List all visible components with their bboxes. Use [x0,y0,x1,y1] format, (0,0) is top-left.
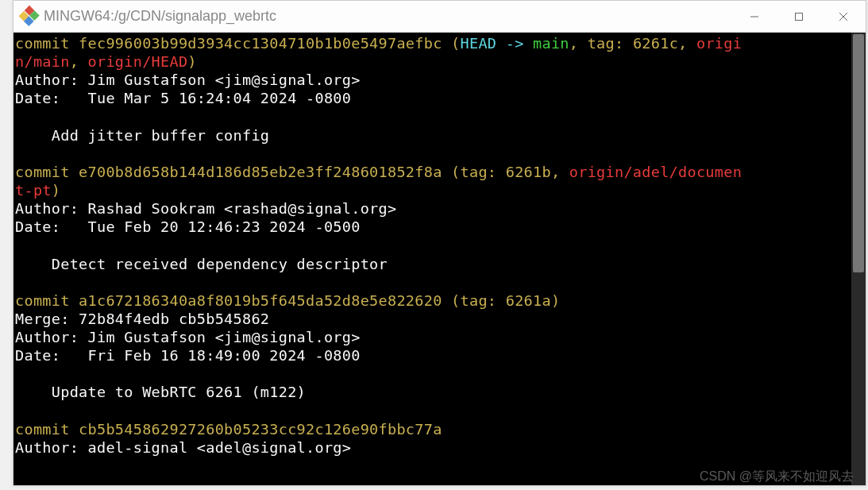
window-title: MINGW64:/g/CDN/signalapp_webrtc [44,8,732,25]
mingw-icon [18,5,41,27]
svg-rect-1 [796,13,803,20]
vertical-scrollbar[interactable] [851,33,866,485]
commit-line: commit e700b8d658b144d186d85eb2e3ff24860… [15,164,742,180]
date-line: Date: Fri Feb 16 18:49:00 2024 -0800 [15,347,361,364]
commit-message: Update to WebRTC 6261 (m122) [15,384,306,400]
date-line: Date: Tue Mar 5 16:24:04 2024 -0800 [15,90,351,106]
author-line: Author: Jim Gustafson <jim@signal.org> [15,329,361,345]
merge-line: Merge: 72b84f4edb cb5b545862 [15,311,269,327]
obscured-background-text [0,32,13,484]
maximize-button[interactable] [777,1,821,32]
commit-line: commit cb5b545862927260b05233cc92c126e90… [15,421,442,438]
commit-line-wrap: n/main, origin/HEAD) [15,53,197,70]
scrollbar-thumb[interactable] [853,34,864,272]
author-line: Author: adel-signal <adel@signal.org> [15,439,351,456]
terminal-area: commit fec996003b99d3934cc1304710b1b0e54… [14,33,866,485]
close-button[interactable] [821,1,866,32]
terminal-output[interactable]: commit fec996003b99d3934cc1304710b1b0e54… [14,33,851,485]
commit-line: commit a1c672186340a8f8019b5f645da52d8e5… [15,292,560,309]
commit-line-wrap: t-pt) [15,182,60,199]
minimize-button[interactable] [732,1,777,32]
commit-message: Detect received dependency descriptor [15,256,388,272]
date-line: Date: Tue Feb 20 12:46:23 2024 -0500 [15,218,361,235]
terminal-window: MINGW64:/g/CDN/signalapp_webrtc commit f… [13,0,866,486]
commit-message: Add jitter buffer config [15,127,269,144]
window-titlebar: MINGW64:/g/CDN/signalapp_webrtc [14,1,866,33]
window-controls [732,1,866,32]
author-line: Author: Rashad Sookram <rashad@signal.or… [15,200,396,217]
author-line: Author: Jim Gustafson <jim@signal.org> [15,71,361,88]
commit-line: commit fec996003b99d3934cc1304710b1b0e54… [15,35,742,52]
